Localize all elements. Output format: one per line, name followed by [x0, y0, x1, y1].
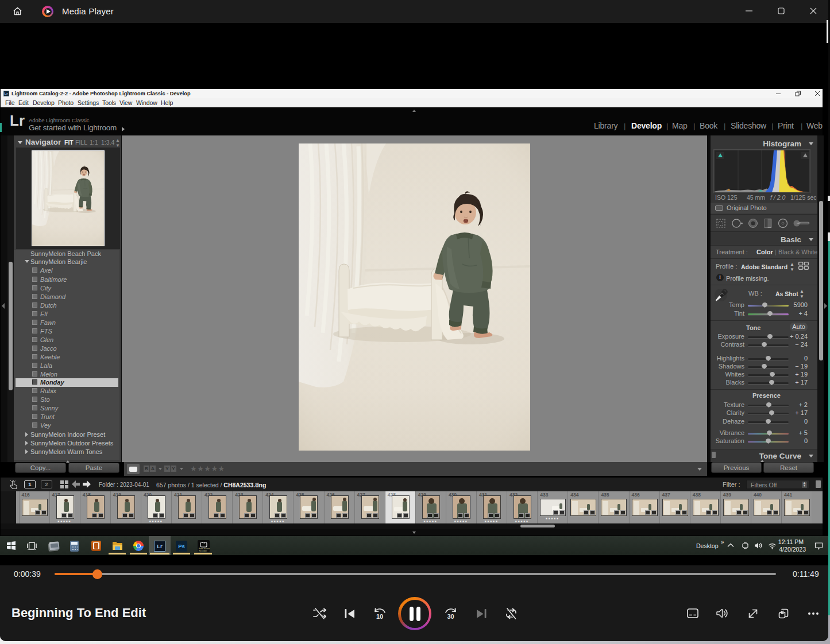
- svg-text:10: 10: [376, 613, 383, 620]
- svg-text:30: 30: [447, 613, 454, 620]
